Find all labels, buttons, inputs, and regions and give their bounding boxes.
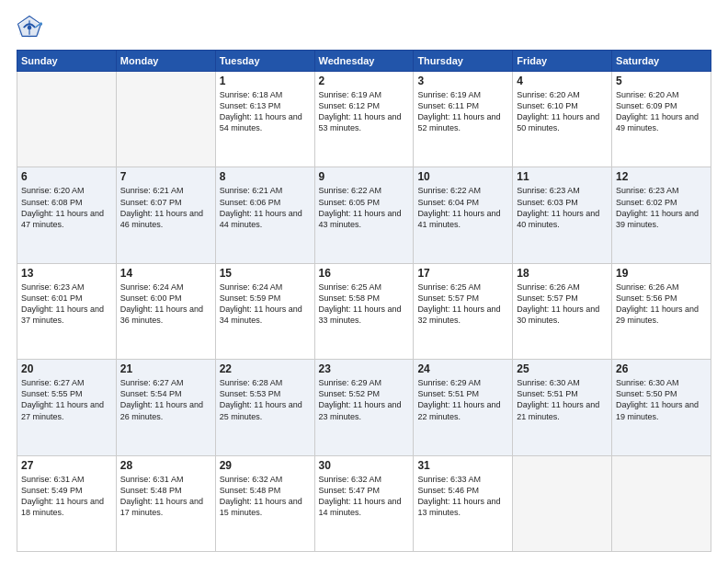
cell-info: Sunrise: 6:20 AM Sunset: 6:09 PM Dayligh… bbox=[616, 89, 707, 134]
cell-info: Sunrise: 6:29 AM Sunset: 5:52 PM Dayligh… bbox=[319, 377, 410, 422]
day-number: 13 bbox=[21, 267, 112, 280]
calendar-cell bbox=[116, 72, 215, 167]
cell-info: Sunrise: 6:21 AM Sunset: 6:07 PM Dayligh… bbox=[120, 185, 211, 230]
cell-info: Sunrise: 6:22 AM Sunset: 6:04 PM Dayligh… bbox=[417, 185, 508, 230]
cell-info: Sunrise: 6:26 AM Sunset: 5:57 PM Dayligh… bbox=[517, 282, 608, 327]
day-number: 1 bbox=[220, 75, 311, 87]
cell-info: Sunrise: 6:27 AM Sunset: 5:54 PM Dayligh… bbox=[120, 377, 211, 422]
calendar-week-5: 27Sunrise: 6:31 AM Sunset: 5:49 PM Dayli… bbox=[17, 455, 711, 551]
calendar-cell: 22Sunrise: 6:28 AM Sunset: 5:53 PM Dayli… bbox=[215, 360, 314, 455]
day-number: 11 bbox=[517, 170, 608, 183]
calendar-header-monday: Monday bbox=[116, 51, 215, 72]
day-number: 8 bbox=[220, 170, 311, 183]
header bbox=[17, 15, 711, 40]
calendar-cell: 17Sunrise: 6:25 AM Sunset: 5:57 PM Dayli… bbox=[414, 263, 513, 359]
day-number: 3 bbox=[417, 75, 508, 87]
calendar-cell: 1Sunrise: 6:18 AM Sunset: 6:13 PM Daylig… bbox=[215, 72, 314, 167]
cell-info: Sunrise: 6:23 AM Sunset: 6:01 PM Dayligh… bbox=[21, 282, 112, 327]
day-number: 6 bbox=[21, 170, 112, 183]
day-number: 20 bbox=[21, 362, 112, 375]
calendar-cell: 15Sunrise: 6:24 AM Sunset: 5:59 PM Dayli… bbox=[215, 263, 314, 359]
calendar-week-1: 1Sunrise: 6:18 AM Sunset: 6:13 PM Daylig… bbox=[17, 72, 711, 167]
calendar-cell: 3Sunrise: 6:19 AM Sunset: 6:11 PM Daylig… bbox=[414, 72, 513, 167]
day-number: 17 bbox=[417, 267, 508, 280]
calendar-cell: 21Sunrise: 6:27 AM Sunset: 5:54 PM Dayli… bbox=[116, 360, 215, 455]
calendar-header-sunday: Sunday bbox=[17, 51, 117, 72]
cell-info: Sunrise: 6:22 AM Sunset: 6:05 PM Dayligh… bbox=[319, 185, 410, 230]
day-number: 12 bbox=[616, 170, 707, 183]
calendar-cell: 12Sunrise: 6:23 AM Sunset: 6:02 PM Dayli… bbox=[612, 167, 711, 263]
calendar-cell: 30Sunrise: 6:32 AM Sunset: 5:47 PM Dayli… bbox=[314, 455, 414, 551]
day-number: 16 bbox=[319, 267, 410, 280]
cell-info: Sunrise: 6:24 AM Sunset: 6:00 PM Dayligh… bbox=[120, 282, 211, 327]
calendar-cell: 24Sunrise: 6:29 AM Sunset: 5:51 PM Dayli… bbox=[414, 360, 513, 455]
calendar-cell: 5Sunrise: 6:20 AM Sunset: 6:09 PM Daylig… bbox=[612, 72, 711, 167]
cell-info: Sunrise: 6:19 AM Sunset: 6:11 PM Dayligh… bbox=[417, 89, 508, 134]
calendar-header-saturday: Saturday bbox=[612, 51, 711, 72]
cell-info: Sunrise: 6:25 AM Sunset: 5:58 PM Dayligh… bbox=[319, 282, 410, 327]
calendar-cell: 2Sunrise: 6:19 AM Sunset: 6:12 PM Daylig… bbox=[314, 72, 414, 167]
calendar-week-4: 20Sunrise: 6:27 AM Sunset: 5:55 PM Dayli… bbox=[17, 360, 711, 455]
day-number: 21 bbox=[120, 362, 211, 375]
cell-info: Sunrise: 6:19 AM Sunset: 6:12 PM Dayligh… bbox=[319, 89, 410, 134]
calendar-cell bbox=[17, 72, 117, 167]
svg-point-2 bbox=[28, 26, 32, 30]
calendar-cell: 27Sunrise: 6:31 AM Sunset: 5:49 PM Dayli… bbox=[17, 455, 117, 551]
cell-info: Sunrise: 6:24 AM Sunset: 5:59 PM Dayligh… bbox=[220, 282, 311, 327]
cell-info: Sunrise: 6:23 AM Sunset: 6:03 PM Dayligh… bbox=[517, 185, 608, 230]
calendar-cell: 9Sunrise: 6:22 AM Sunset: 6:05 PM Daylig… bbox=[314, 167, 414, 263]
day-number: 30 bbox=[319, 459, 410, 472]
cell-info: Sunrise: 6:29 AM Sunset: 5:51 PM Dayligh… bbox=[417, 377, 508, 422]
day-number: 14 bbox=[120, 267, 211, 280]
calendar-cell: 23Sunrise: 6:29 AM Sunset: 5:52 PM Dayli… bbox=[314, 360, 414, 455]
day-number: 31 bbox=[417, 459, 508, 472]
cell-info: Sunrise: 6:18 AM Sunset: 6:13 PM Dayligh… bbox=[220, 89, 311, 134]
calendar-header-wednesday: Wednesday bbox=[314, 51, 414, 72]
cell-info: Sunrise: 6:23 AM Sunset: 6:02 PM Dayligh… bbox=[616, 185, 707, 230]
cell-info: Sunrise: 6:31 AM Sunset: 5:49 PM Dayligh… bbox=[21, 474, 112, 519]
day-number: 23 bbox=[319, 362, 410, 375]
cell-info: Sunrise: 6:20 AM Sunset: 6:08 PM Dayligh… bbox=[21, 185, 112, 230]
calendar-cell bbox=[513, 455, 612, 551]
calendar-cell: 8Sunrise: 6:21 AM Sunset: 6:06 PM Daylig… bbox=[215, 167, 314, 263]
calendar-header-friday: Friday bbox=[513, 51, 612, 72]
calendar-cell: 25Sunrise: 6:30 AM Sunset: 5:51 PM Dayli… bbox=[513, 360, 612, 455]
day-number: 19 bbox=[616, 267, 707, 280]
day-number: 2 bbox=[319, 75, 410, 87]
day-number: 4 bbox=[517, 75, 608, 87]
calendar-week-2: 6Sunrise: 6:20 AM Sunset: 6:08 PM Daylig… bbox=[17, 167, 711, 263]
calendar-cell: 10Sunrise: 6:22 AM Sunset: 6:04 PM Dayli… bbox=[414, 167, 513, 263]
cell-info: Sunrise: 6:32 AM Sunset: 5:48 PM Dayligh… bbox=[220, 474, 311, 519]
logo-icon bbox=[17, 15, 42, 40]
day-number: 15 bbox=[220, 267, 311, 280]
day-number: 7 bbox=[120, 170, 211, 183]
day-number: 26 bbox=[616, 362, 707, 375]
day-number: 18 bbox=[517, 267, 608, 280]
cell-info: Sunrise: 6:21 AM Sunset: 6:06 PM Dayligh… bbox=[220, 185, 311, 230]
calendar-cell: 20Sunrise: 6:27 AM Sunset: 5:55 PM Dayli… bbox=[17, 360, 117, 455]
calendar-cell: 28Sunrise: 6:31 AM Sunset: 5:48 PM Dayli… bbox=[116, 455, 215, 551]
calendar-header-tuesday: Tuesday bbox=[215, 51, 314, 72]
day-number: 28 bbox=[120, 459, 211, 472]
calendar-cell: 18Sunrise: 6:26 AM Sunset: 5:57 PM Dayli… bbox=[513, 263, 612, 359]
cell-info: Sunrise: 6:20 AM Sunset: 6:10 PM Dayligh… bbox=[517, 89, 608, 134]
calendar-week-3: 13Sunrise: 6:23 AM Sunset: 6:01 PM Dayli… bbox=[17, 263, 711, 359]
cell-info: Sunrise: 6:32 AM Sunset: 5:47 PM Dayligh… bbox=[319, 474, 410, 519]
calendar-cell: 16Sunrise: 6:25 AM Sunset: 5:58 PM Dayli… bbox=[314, 263, 414, 359]
day-number: 22 bbox=[220, 362, 311, 375]
calendar-cell: 14Sunrise: 6:24 AM Sunset: 6:00 PM Dayli… bbox=[116, 263, 215, 359]
calendar-cell: 11Sunrise: 6:23 AM Sunset: 6:03 PM Dayli… bbox=[513, 167, 612, 263]
page: SundayMondayTuesdayWednesdayThursdayFrid… bbox=[0, 0, 728, 563]
day-number: 29 bbox=[220, 459, 311, 472]
cell-info: Sunrise: 6:28 AM Sunset: 5:53 PM Dayligh… bbox=[220, 377, 311, 422]
day-number: 25 bbox=[517, 362, 608, 375]
calendar-cell: 4Sunrise: 6:20 AM Sunset: 6:10 PM Daylig… bbox=[513, 72, 612, 167]
cell-info: Sunrise: 6:30 AM Sunset: 5:50 PM Dayligh… bbox=[616, 377, 707, 422]
day-number: 5 bbox=[616, 75, 707, 87]
calendar-cell: 19Sunrise: 6:26 AM Sunset: 5:56 PM Dayli… bbox=[612, 263, 711, 359]
cell-info: Sunrise: 6:31 AM Sunset: 5:48 PM Dayligh… bbox=[120, 474, 211, 519]
day-number: 24 bbox=[417, 362, 508, 375]
logo bbox=[17, 15, 46, 40]
cell-info: Sunrise: 6:25 AM Sunset: 5:57 PM Dayligh… bbox=[417, 282, 508, 327]
cell-info: Sunrise: 6:33 AM Sunset: 5:46 PM Dayligh… bbox=[417, 474, 508, 519]
